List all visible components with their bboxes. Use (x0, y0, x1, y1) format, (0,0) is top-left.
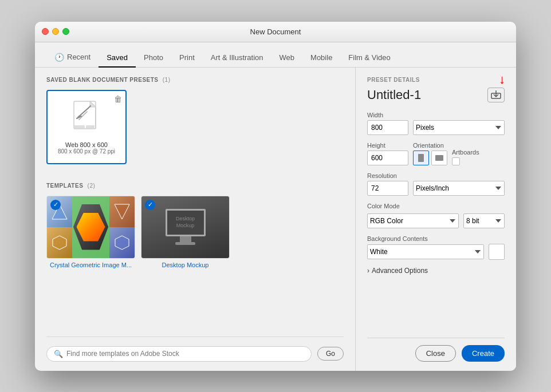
svg-marker-10 (115, 204, 129, 219)
presets-grid: 🗑 (46, 90, 344, 164)
bg-color-swatch[interactable] (489, 244, 505, 260)
doc-title-row: Untitled-1 ↓ (367, 88, 505, 102)
save-to-cloud-icon (491, 90, 501, 100)
clock-icon: 🕐 (54, 53, 64, 62)
search-input[interactable] (66, 350, 304, 358)
search-icon: 🔍 (54, 350, 63, 358)
color-mode-row: Color Mode (367, 203, 505, 211)
save-preset-button[interactable]: ↓ (487, 88, 505, 102)
crystal-label: Crystal Geometric Image M... (46, 262, 135, 268)
delete-preset-button[interactable]: 🗑 (114, 94, 122, 104)
height-row: Height Orientation Artboards (367, 142, 505, 165)
tabs-bar: 🕐 Recent Saved Photo Print Art & Illustr… (35, 42, 516, 68)
svg-rect-6 (74, 125, 85, 128)
right-panel: PRESET DETAILS Untitled-1 ↓ Width (356, 68, 516, 371)
tab-photo[interactable]: Photo (136, 49, 171, 68)
presets-header: SAVED BLANK DOCUMENT PRESETS (1) (46, 77, 344, 83)
svg-marker-9 (53, 236, 66, 250)
svg-marker-11 (115, 236, 129, 250)
color-mode-label: Color Mode (367, 203, 400, 209)
height-input[interactable] (367, 151, 408, 165)
advanced-options-toggle[interactable]: › Advanced Options (367, 267, 505, 275)
presets-section: SAVED BLANK DOCUMENT PRESETS (1) 🗑 (46, 77, 344, 176)
close-window-button[interactable] (42, 28, 49, 35)
tab-saved[interactable]: Saved (99, 49, 136, 68)
minimize-window-button[interactable] (52, 28, 59, 35)
resolution-label: Resolution (367, 172, 408, 179)
artboards-checkbox[interactable] (452, 157, 460, 165)
tab-mobile[interactable]: Mobile (302, 49, 340, 68)
desktop-thumb: ✓ DesktopMockup (141, 196, 230, 259)
chevron-right-icon: › (367, 267, 369, 275)
document-icon (71, 100, 103, 136)
preset-icon (69, 100, 104, 137)
create-button[interactable]: Create (462, 345, 505, 362)
width-row: Width Pixels (367, 112, 505, 135)
template-card-crystal[interactable]: ✓ (46, 196, 135, 268)
color-mode-select[interactable]: RGB Color (367, 213, 459, 228)
portrait-button[interactable] (413, 151, 429, 165)
height-label: Height (367, 142, 408, 149)
dialog-window: New Document 🕐 Recent Saved Photo Print … (35, 22, 516, 371)
artboards-label: Artboards (452, 149, 479, 156)
window-title: New Document (250, 27, 301, 36)
maximize-window-button[interactable] (62, 28, 69, 35)
landscape-button[interactable] (431, 151, 447, 165)
tab-art[interactable]: Art & Illustration (203, 49, 271, 68)
width-label: Width (367, 112, 408, 118)
bg-contents-label: Background Contents (367, 235, 505, 242)
tab-web[interactable]: Web (271, 49, 303, 68)
resolution-input[interactable] (367, 181, 408, 196)
window-controls (42, 28, 69, 35)
content-area: SAVED BLANK DOCUMENT PRESETS (1) 🗑 (35, 68, 516, 371)
templates-header: TEMPLATES (2) (46, 183, 344, 189)
bg-contents-section: Background Contents White (367, 235, 505, 267)
search-input-wrap: 🔍 (46, 346, 312, 362)
resolution-unit-select[interactable]: Pixels/Inch (413, 181, 505, 196)
orientation-label: Orientation (413, 142, 447, 149)
titlebar: New Document (35, 22, 516, 42)
search-bar: 🔍 Go (46, 336, 344, 362)
width-unit-select[interactable]: Pixels (413, 120, 505, 135)
left-panel: SAVED BLANK DOCUMENT PRESETS (1) 🗑 (35, 68, 356, 371)
preset-card-web[interactable]: 🗑 (46, 90, 127, 164)
selected-badge-2: ✓ (145, 200, 155, 210)
svg-rect-14 (418, 154, 424, 162)
preset-details-header: PRESET DETAILS (367, 77, 505, 83)
footer-buttons: Close Create (367, 338, 505, 362)
bg-contents-row: White (367, 244, 505, 260)
go-button[interactable]: Go (317, 347, 344, 361)
tab-print[interactable]: Print (171, 49, 203, 68)
orientation-buttons (413, 151, 447, 165)
templates-section: TEMPLATES (2) ✓ (46, 183, 344, 268)
width-input[interactable] (367, 120, 408, 135)
close-button[interactable]: Close (415, 345, 456, 362)
preset-name: Web 800 x 600 (65, 141, 108, 148)
template-card-desktop[interactable]: ✓ DesktopMockup (141, 196, 230, 268)
document-title: Untitled-1 (367, 88, 421, 102)
resolution-row: Resolution Pixels/Inch (367, 172, 505, 196)
tab-film[interactable]: Film & Video (340, 49, 398, 68)
svg-rect-7 (86, 125, 95, 128)
crystal-thumb: ✓ (46, 196, 135, 259)
svg-rect-15 (435, 155, 443, 161)
bg-contents-select[interactable]: White (367, 244, 484, 259)
color-bit-select[interactable]: 8 bit (463, 213, 505, 228)
selected-badge: ✓ (50, 200, 61, 210)
color-mode-inputs: RGB Color 8 bit (367, 213, 505, 228)
preset-sub: 800 x 600 px @ 72 ppi (58, 148, 115, 155)
desktop-label: Desktop Mockup (141, 262, 230, 268)
templates-grid: ✓ (46, 196, 344, 268)
tab-recent[interactable]: 🕐 Recent (46, 48, 99, 68)
red-arrow-indicator: ↓ (499, 72, 505, 87)
